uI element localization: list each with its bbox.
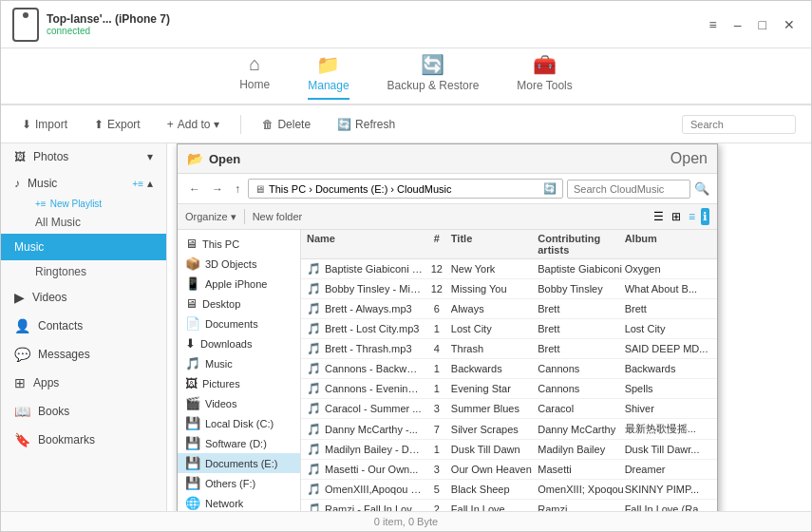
sidebar-item-ringtones[interactable]: Ringtones — [1, 260, 166, 283]
music-file-icon: 🎵 — [307, 322, 321, 335]
file-artist: OmenXIII; Xpoqou — [538, 484, 624, 495]
file-num: 12 — [423, 263, 451, 275]
file-num: 1 — [423, 323, 451, 334]
tree-item-label: Music — [205, 358, 233, 370]
window-controls: ≡ – □ ✕ — [705, 15, 800, 34]
tree-item[interactable]: 📱Apple iPhone — [178, 274, 300, 294]
search-icon[interactable]: 🔍 — [694, 181, 709, 196]
sidebar-item-videos[interactable]: ▶ Videos — [1, 283, 166, 312]
table-row[interactable]: 🎵 Ramzi - Fall In Love... 2 Fall In Love… — [301, 500, 717, 511]
file-name: OmenXIII,Apoqou -... — [325, 484, 423, 495]
new-playlist-icon[interactable]: +≡ — [132, 179, 143, 189]
tree-item[interactable]: 🎬Videos — [178, 393, 300, 413]
tree-item[interactable]: ⬇Downloads — [178, 333, 300, 353]
view-details-icon[interactable]: ≡ — [687, 208, 697, 225]
tree-item[interactable]: 🖥This PC — [178, 234, 300, 254]
sidebar: 🖼 Photos ▾ ♪ Music +≡ ▴ +≡ New Playlist — [1, 143, 167, 511]
table-row[interactable]: 🎵 OmenXIII,Apoqou -... 5 Black Sheep Ome… — [301, 480, 717, 500]
file-artist: Cannons — [538, 383, 624, 394]
tab-backup-label: Backup & Restore — [387, 79, 480, 92]
search-cloud-input[interactable] — [567, 180, 690, 199]
file-album: Shiver — [625, 403, 711, 414]
tree-item-label: Documents (E:) — [205, 458, 277, 469]
new-playlist-label[interactable]: +≡ New Playlist — [1, 197, 166, 211]
sidebar-item-messages[interactable]: 💬 Messages — [1, 340, 166, 369]
view-grid-icon[interactable]: ⊞ — [670, 208, 683, 225]
file-num: 4 — [423, 343, 451, 354]
tab-backup[interactable]: 🔄 Backup & Restore — [387, 53, 480, 100]
maximize-button[interactable]: □ — [754, 15, 771, 34]
tree-icon: 💾 — [185, 456, 200, 470]
delete-button[interactable]: 🗑 Delete — [256, 115, 316, 134]
table-row[interactable]: 🎵 Caracol - Summer ... 3 Summer Blues Ca… — [301, 399, 717, 419]
view-list-icon[interactable]: ☰ — [651, 208, 666, 225]
bookmarks-icon: 🔖 — [14, 432, 30, 447]
tree-item[interactable]: 🌐Network — [178, 493, 300, 511]
path-icon: 🖥 — [255, 183, 265, 195]
menu-icon[interactable]: ≡ — [705, 15, 722, 34]
table-row[interactable]: 🎵 Masetti - Our Own... 3 Our Own Heaven … — [301, 460, 717, 480]
tree-item[interactable]: 🎵Music — [178, 353, 300, 373]
sidebar-item-music[interactable]: ♪ Music +≡ ▴ — [1, 170, 166, 197]
file-artist: Brett — [538, 303, 624, 314]
sidebar-item-bookmarks[interactable]: 🔖 Bookmarks — [1, 426, 166, 454]
search-input[interactable] — [682, 115, 796, 134]
forward-button[interactable]: → — [208, 181, 227, 197]
tab-tools[interactable]: 🧰 More Tools — [517, 53, 572, 100]
sidebar-item-music-active[interactable]: Music — [1, 234, 166, 260]
import-button[interactable]: ⬇ Import — [16, 115, 73, 134]
table-row[interactable]: 🎵 Brett - Thrash.mp3 4 Thrash Brett SAID… — [301, 339, 717, 359]
file-name: Brett - Thrash.mp3 — [325, 343, 412, 354]
tree-item[interactable]: 💾Software (D:) — [178, 433, 300, 453]
file-tree: 🖥This PC📦3D Objects📱Apple iPhone🖥Desktop… — [178, 230, 301, 511]
table-row[interactable]: 🎵 Brett - Lost City.mp3 1 Lost City Bret… — [301, 319, 717, 339]
up-button[interactable]: ↑ — [231, 181, 244, 197]
table-row[interactable]: 🎵 Madilyn Bailey - Du... 1 Dusk Till Daw… — [301, 440, 717, 460]
tree-item[interactable]: 🖼Pictures — [178, 373, 300, 393]
file-album: Dreamer — [625, 464, 711, 475]
tree-item[interactable]: 🖥Desktop — [178, 294, 300, 314]
table-row[interactable]: 🎵 Cannons - Backwar... 1 Backwards Canno… — [301, 359, 717, 379]
address-path[interactable]: 🖥 This PC › Documents (E:) › CloudMusic … — [248, 179, 563, 199]
view-info-icon[interactable]: ℹ — [701, 208, 709, 225]
tree-icon: 🖥 — [185, 237, 198, 251]
export-button[interactable]: ⬆ Export — [88, 115, 146, 134]
back-button[interactable]: ← — [185, 181, 204, 197]
file-name: Brett - Always.mp3 — [325, 303, 412, 314]
sidebar-item-contacts[interactable]: 👤 Contacts — [1, 312, 166, 340]
file-artist: Caracol — [538, 403, 624, 414]
new-folder-button[interactable]: New folder — [253, 211, 303, 222]
tree-item[interactable]: 📄Documents — [178, 314, 300, 333]
tree-item[interactable]: 💾Documents (E:) — [178, 453, 300, 473]
sidebar-item-books[interactable]: 📖 Books — [1, 397, 166, 426]
dialog-close-button[interactable]: Open — [670, 150, 708, 167]
add-icon: + — [167, 118, 174, 131]
table-row[interactable]: 🎵 Bobby Tinsley - Mis... 12 Missing You … — [301, 279, 717, 299]
tree-item[interactable]: 💾Others (F:) — [178, 473, 300, 493]
tree-item[interactable]: 💾Local Disk (C:) — [178, 413, 300, 433]
file-title: Silver Scrapes — [451, 424, 538, 435]
table-row[interactable]: 🎵 Brett - Always.mp3 6 Always Brett Bret… — [301, 299, 717, 319]
sidebar-item-photos[interactable]: 🖼 Photos ▾ — [1, 143, 166, 170]
sidebar-item-all-music[interactable]: All Music — [1, 211, 166, 234]
tree-item[interactable]: 📦3D Objects — [178, 254, 300, 274]
table-row[interactable]: 🎵 Danny McCarthy -... 7 Silver Scrapes D… — [301, 419, 717, 440]
minimize-button[interactable]: – — [729, 15, 746, 34]
table-row[interactable]: 🎵 Cannons - Evening ... 1 Evening Star C… — [301, 379, 717, 399]
file-name: Brett - Lost City.mp3 — [325, 323, 419, 334]
organize-button[interactable]: Organize ▾ — [185, 211, 236, 223]
file-title: Missing You — [451, 283, 538, 294]
add-to-button[interactable]: + Add to ▾ — [161, 115, 226, 134]
tab-manage[interactable]: 📁 Manage — [308, 53, 349, 100]
sidebar-item-apps[interactable]: ⊞ Apps — [1, 369, 166, 397]
tree-item-label: Videos — [205, 398, 236, 409]
tree-icon: 💾 — [185, 476, 200, 490]
table-row[interactable]: 🎵 Baptiste Giabiconi -... 12 New York Ba… — [301, 259, 717, 279]
tree-item-label: 3D Objects — [205, 258, 256, 270]
close-button[interactable]: ✕ — [779, 15, 800, 34]
file-title: Summer Blues — [451, 403, 538, 414]
tree-item-label: Others (F:) — [205, 478, 255, 489]
tab-home[interactable]: ⌂ Home — [239, 53, 270, 99]
file-name: Madilyn Bailey - Du... — [325, 444, 423, 455]
refresh-button[interactable]: 🔄 Refresh — [331, 115, 401, 134]
